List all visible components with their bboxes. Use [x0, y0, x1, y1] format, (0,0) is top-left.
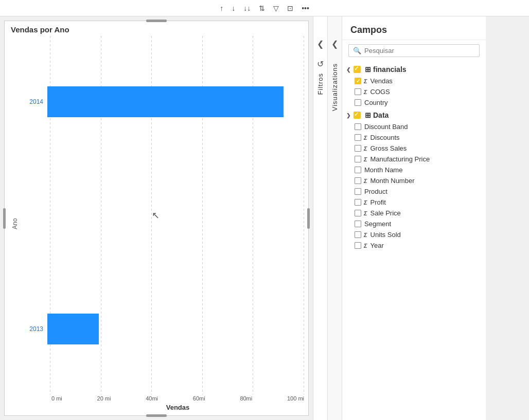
- year-checkbox[interactable]: [355, 242, 361, 249]
- field-units-sold[interactable]: Σ Units Sold: [342, 229, 486, 240]
- x-tick-0: 0 mi: [51, 395, 62, 401]
- resize-left[interactable]: [3, 208, 6, 229]
- group-financials-header[interactable]: ❮ ⊞ financials: [342, 63, 486, 76]
- units-sold-sigma-icon: Σ: [364, 232, 367, 238]
- x-axis-label: Vendas: [51, 404, 304, 411]
- discounts-checkbox[interactable]: [355, 134, 361, 141]
- sort-asc-button[interactable]: ↑: [218, 3, 225, 13]
- gross-sales-label: Gross Sales: [371, 144, 407, 152]
- financials-table-icon: ⊞: [365, 65, 371, 74]
- field-year[interactable]: Σ Year: [342, 240, 486, 251]
- bar-container-2014[interactable]: [47, 86, 304, 117]
- search-box[interactable]: 🔍: [348, 44, 480, 57]
- field-sale-price[interactable]: Σ Sale Price: [342, 208, 486, 218]
- cogs-checkbox[interactable]: [355, 88, 361, 95]
- filtros-refresh-icon[interactable]: ↺: [317, 60, 324, 68]
- filtros-panel: ❮ ↺ Filtros: [313, 16, 327, 420]
- chart-toolbar: ↑ ↓ ↓↓ ⇅ ▽ ⊡ •••: [0, 0, 529, 16]
- field-gross-sales[interactable]: Σ Gross Sales: [342, 143, 486, 154]
- more-options-button[interactable]: •••: [299, 3, 311, 13]
- sale-price-sigma-icon: Σ: [364, 210, 367, 216]
- fields-list: ❮ ⊞ financials Σ Vendas Σ: [342, 61, 486, 420]
- vendas-checkbox[interactable]: [355, 78, 361, 84]
- group-financials: ❮ ⊞ financials Σ Vendas Σ: [342, 63, 486, 108]
- chart-plot: 2014 ↖ 2013: [19, 36, 304, 394]
- sale-price-checkbox[interactable]: [355, 210, 361, 216]
- field-segment[interactable]: Segment: [342, 218, 486, 229]
- data-expand-icon: ❯: [346, 113, 350, 118]
- month-number-label: Month Number: [371, 177, 415, 185]
- x-tick-20: 20 mi: [97, 395, 111, 401]
- month-number-checkbox[interactable]: [355, 177, 361, 184]
- field-profit[interactable]: Σ Profit: [342, 197, 486, 208]
- cogs-sigma-icon: Σ: [364, 89, 367, 95]
- segment-label: Segment: [364, 220, 391, 228]
- vendas-label: Vendas: [371, 77, 393, 85]
- country-checkbox[interactable]: [355, 99, 361, 106]
- field-month-name[interactable]: Month Name: [342, 165, 486, 175]
- gross-sales-sigma-icon: Σ: [364, 145, 367, 152]
- field-cogs[interactable]: Σ COGS: [342, 86, 486, 97]
- product-label: Product: [364, 188, 387, 195]
- resize-right[interactable]: [307, 208, 310, 229]
- field-vendas[interactable]: Σ Vendas: [342, 76, 486, 86]
- field-manufacturing-price[interactable]: Σ Manufacturing Price: [342, 154, 486, 165]
- manufacturing-price-checkbox[interactable]: [355, 156, 361, 162]
- financials-check-icon: [354, 66, 361, 73]
- field-month-number[interactable]: Σ Month Number: [342, 175, 486, 186]
- financials-label: financials: [373, 65, 407, 74]
- month-name-checkbox[interactable]: [355, 167, 361, 173]
- chart-area: Ano 2014: [9, 36, 304, 411]
- country-label: Country: [364, 99, 388, 106]
- viz-label: Visualizations: [331, 63, 339, 111]
- resize-bottom[interactable]: [146, 414, 167, 417]
- manufacturing-price-label: Manufacturing Price: [371, 155, 430, 163]
- group-data: ❯ ⊞ Data Discount Band Σ Discount: [342, 109, 486, 251]
- bar-row-2013: 2013: [19, 312, 304, 346]
- sale-price-label: Sale Price: [371, 209, 401, 217]
- viz-collapse-button[interactable]: ❮: [329, 37, 340, 51]
- right-panels: ❮ ↺ Filtros ❮ Visualizations Campos 🔍 ❮: [313, 16, 529, 420]
- field-discount-band[interactable]: Discount Band: [342, 121, 486, 132]
- chart-inner: 2014 ↖ 2013: [19, 36, 304, 411]
- gross-sales-checkbox[interactable]: [355, 145, 361, 152]
- visualizations-panel: ❮ Visualizations: [327, 16, 342, 420]
- discounts-label: Discounts: [371, 134, 400, 141]
- filtros-collapse-button[interactable]: ❮: [315, 37, 326, 51]
- discounts-sigma-icon: Σ: [364, 135, 367, 141]
- discount-band-checkbox[interactable]: [355, 123, 361, 130]
- bar-label-2014: 2014: [19, 98, 47, 105]
- bar-2014[interactable]: [47, 86, 284, 117]
- sort-desc-button[interactable]: ↓: [230, 3, 237, 13]
- chart-title: Vendas por Ano: [11, 25, 304, 34]
- bar-2013[interactable]: [47, 314, 99, 344]
- field-product[interactable]: Product: [342, 186, 486, 197]
- fields-panel-title: Campos: [342, 16, 486, 40]
- sort-desc2-button[interactable]: ↓↓: [241, 3, 253, 13]
- units-sold-label: Units Sold: [371, 231, 401, 239]
- search-icon: 🔍: [353, 47, 361, 54]
- field-country[interactable]: Country: [342, 97, 486, 108]
- profit-checkbox[interactable]: [355, 199, 361, 206]
- chart-cursor-area: ↖: [19, 205, 304, 226]
- field-discounts[interactable]: Σ Discounts: [342, 132, 486, 143]
- month-number-sigma-icon: Σ: [364, 178, 367, 184]
- focus-button[interactable]: ⊡: [285, 3, 295, 13]
- units-sold-checkbox[interactable]: [355, 231, 361, 238]
- cogs-label: COGS: [371, 88, 390, 96]
- vendas-sigma-icon: Σ: [364, 78, 367, 84]
- bar-container-2013[interactable]: [47, 314, 304, 344]
- filter-button[interactable]: ▽: [271, 3, 281, 13]
- data-label: Data: [373, 111, 389, 119]
- year-sigma-icon: Σ: [364, 243, 367, 249]
- sort-both-button[interactable]: ⇅: [257, 3, 267, 13]
- profit-label: Profit: [371, 198, 386, 206]
- segment-checkbox[interactable]: [355, 221, 361, 227]
- search-input[interactable]: [364, 47, 475, 54]
- month-name-label: Month Name: [364, 166, 402, 174]
- group-data-header[interactable]: ❯ ⊞ Data: [342, 109, 486, 121]
- resize-top[interactable]: [146, 20, 167, 22]
- product-checkbox[interactable]: [355, 188, 361, 195]
- year-label: Year: [371, 242, 384, 249]
- bar-row-2014: 2014: [19, 84, 304, 119]
